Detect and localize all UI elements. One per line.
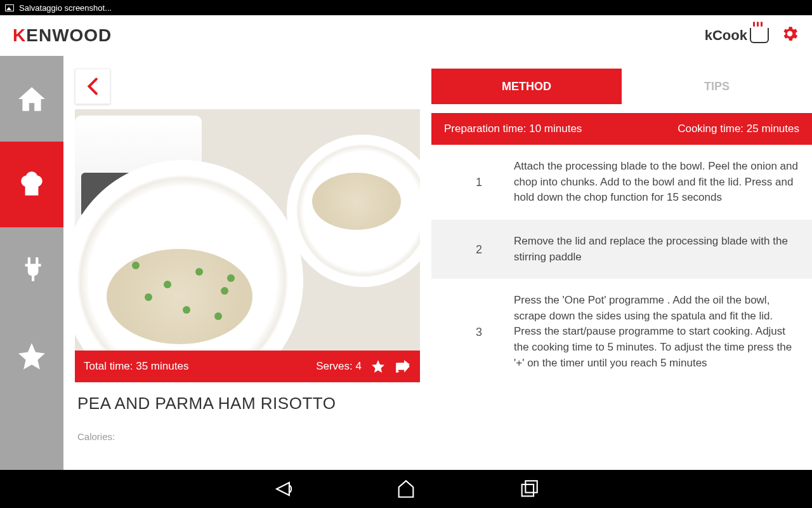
chef-hat-icon (16, 169, 48, 201)
share-button[interactable] (395, 358, 411, 375)
settings-button[interactable] (780, 24, 799, 48)
star-icon (16, 340, 48, 372)
sidebar-item-favorites[interactable] (0, 313, 63, 399)
recipe-info-bar: Total time: 35 minutes Serves: 4 (75, 351, 420, 382)
sidebar-item-recipes[interactable] (0, 142, 63, 227)
recipe-image (75, 109, 420, 351)
android-home-button[interactable] (395, 478, 417, 500)
sidebar-item-home[interactable] (0, 56, 63, 142)
step-number: 2 (444, 234, 514, 265)
recipe-panel: Total time: 35 minutes Serves: 4 PEA AND… (63, 56, 431, 470)
step-text: Press the 'One Pot' programme . Add the … (514, 293, 799, 371)
time-bar: Preparation time: 10 minutes Cooking tim… (431, 113, 812, 145)
status-text: Salvataggio screenshot... (19, 3, 112, 13)
sidebar-nav (0, 56, 63, 470)
back-button[interactable] (75, 69, 110, 104)
app-header: KENWOOD kCook (0, 15, 812, 56)
method-panel: METHOD TIPS Preparation time: 10 minutes… (431, 56, 812, 470)
svg-rect-0 (522, 485, 534, 496)
pot-icon (750, 28, 769, 43)
plug-icon (16, 255, 48, 286)
screenshot-icon (5, 4, 14, 11)
svg-rect-1 (525, 481, 537, 492)
total-time: Total time: 35 minutes (84, 360, 188, 373)
step-item: 1 Attach the processing blade to the bow… (431, 145, 812, 220)
android-recent-button[interactable] (518, 478, 540, 500)
favorite-button[interactable] (370, 359, 386, 374)
tab-method[interactable]: METHOD (431, 69, 622, 104)
recipe-tabs: METHOD TIPS (431, 69, 812, 104)
recipe-title: PEA AND PARMA HAM RISOTTO (75, 382, 420, 418)
sidebar-item-appliances[interactable] (0, 227, 63, 313)
step-item: 3 Press the 'One Pot' programme . Add th… (431, 279, 812, 385)
cook-time: Cooking time: 25 minutes (678, 123, 799, 135)
step-number: 3 (444, 293, 514, 371)
tab-tips[interactable]: TIPS (622, 69, 812, 104)
calories-label: Calories: (75, 418, 420, 442)
android-back-button[interactable] (272, 478, 294, 500)
steps-list[interactable]: 1 Attach the processing blade to the bow… (431, 145, 812, 470)
prep-time: Preparation time: 10 minutes (444, 123, 582, 135)
android-status-bar: Salvataggio screenshot... (0, 0, 812, 15)
kenwood-logo: KENWOOD (13, 25, 112, 46)
step-item: 2 Remove the lid and replace the process… (431, 220, 812, 279)
serves: Serves: 4 (316, 360, 362, 373)
home-icon (16, 83, 48, 115)
step-text: Remove the lid and replace the processin… (514, 234, 799, 265)
kcook-logo: kCook (705, 27, 769, 44)
step-text: Attach the processing blade to the bowl.… (514, 159, 799, 206)
chevron-left-icon (87, 77, 98, 95)
step-number: 1 (444, 159, 514, 206)
android-nav-bar (0, 470, 812, 508)
